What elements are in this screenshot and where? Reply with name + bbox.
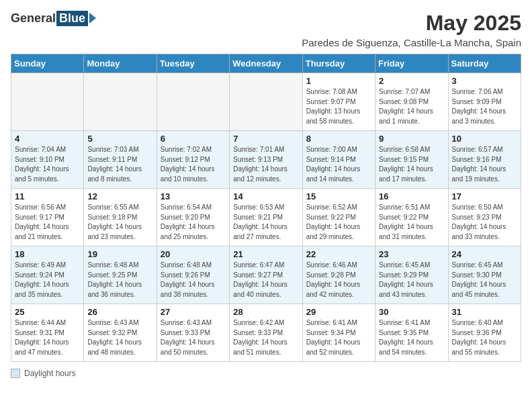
day-header-thursday: Thursday	[302, 54, 375, 73]
calendar-cell: 18Sunrise: 6:49 AMSunset: 9:24 PMDayligh…	[11, 246, 84, 304]
day-info: Sunrise: 6:47 AMSunset: 9:27 PMDaylight:…	[233, 261, 298, 300]
day-info: Sunrise: 6:57 AMSunset: 9:16 PMDaylight:…	[452, 145, 517, 184]
day-number: 16	[379, 191, 444, 201]
calendar-cell: 8Sunrise: 7:00 AMSunset: 9:14 PMDaylight…	[302, 131, 375, 189]
calendar-cell	[157, 73, 229, 131]
day-info: Sunrise: 7:01 AMSunset: 9:13 PMDaylight:…	[233, 145, 298, 184]
day-number: 24	[452, 249, 517, 259]
calendar-cell: 21Sunrise: 6:47 AMSunset: 9:27 PMDayligh…	[230, 246, 302, 304]
day-info: Sunrise: 6:40 AMSunset: 9:36 PMDaylight:…	[452, 318, 517, 357]
calendar-cell: 11Sunrise: 6:56 AMSunset: 9:17 PMDayligh…	[11, 189, 84, 246]
day-number: 7	[233, 134, 298, 144]
day-header-friday: Friday	[375, 54, 448, 73]
calendar-cell: 28Sunrise: 6:42 AMSunset: 9:33 PMDayligh…	[230, 304, 302, 362]
day-info: Sunrise: 6:58 AMSunset: 9:15 PMDaylight:…	[379, 145, 444, 184]
calendar-cell: 27Sunrise: 6:43 AMSunset: 9:33 PMDayligh…	[157, 304, 229, 362]
day-number: 15	[306, 191, 371, 201]
day-info: Sunrise: 6:56 AMSunset: 9:17 PMDaylight:…	[15, 203, 80, 242]
page-header: General Blue May 2025 Paredes de Siguenz…	[11, 11, 521, 48]
calendar-cell: 25Sunrise: 6:44 AMSunset: 9:31 PMDayligh…	[11, 304, 84, 362]
calendar-cell: 31Sunrise: 6:40 AMSunset: 9:36 PMDayligh…	[448, 304, 521, 362]
logo: General Blue	[11, 11, 96, 26]
calendar-cell: 12Sunrise: 6:55 AMSunset: 9:18 PMDayligh…	[84, 189, 157, 246]
day-number: 22	[306, 249, 371, 259]
day-number: 8	[306, 134, 371, 144]
day-info: Sunrise: 7:00 AMSunset: 9:14 PMDaylight:…	[306, 145, 371, 184]
calendar-table: SundayMondayTuesdayWednesdayThursdayFrid…	[11, 54, 521, 362]
day-number: 12	[87, 191, 152, 201]
subtitle: Paredes de Siguenza, Castille-La Mancha,…	[302, 37, 521, 48]
day-info: Sunrise: 6:48 AMSunset: 9:25 PMDaylight:…	[87, 261, 152, 300]
day-number: 11	[15, 191, 80, 201]
calendar-cell: 6Sunrise: 7:02 AMSunset: 9:12 PMDaylight…	[157, 131, 229, 189]
day-number: 18	[15, 249, 80, 259]
footer-label: Daylight hours	[24, 369, 76, 378]
day-number: 17	[452, 191, 517, 201]
calendar-cell: 24Sunrise: 6:45 AMSunset: 9:30 PMDayligh…	[448, 246, 521, 304]
day-number: 14	[233, 191, 298, 201]
calendar-cell: 15Sunrise: 6:52 AMSunset: 9:22 PMDayligh…	[302, 189, 375, 246]
calendar-cell: 4Sunrise: 7:04 AMSunset: 9:10 PMDaylight…	[11, 131, 84, 189]
calendar-cell: 2Sunrise: 7:07 AMSunset: 9:08 PMDaylight…	[375, 73, 448, 131]
day-number: 23	[379, 249, 444, 259]
day-number: 28	[233, 307, 298, 317]
day-info: Sunrise: 6:45 AMSunset: 9:29 PMDaylight:…	[379, 261, 444, 300]
day-info: Sunrise: 6:50 AMSunset: 9:23 PMDaylight:…	[452, 203, 517, 242]
day-info: Sunrise: 6:46 AMSunset: 9:28 PMDaylight:…	[306, 261, 371, 300]
day-number: 5	[87, 134, 152, 144]
footer: Daylight hours	[11, 369, 521, 378]
day-info: Sunrise: 6:44 AMSunset: 9:31 PMDaylight:…	[15, 318, 80, 357]
calendar-cell: 23Sunrise: 6:45 AMSunset: 9:29 PMDayligh…	[375, 246, 448, 304]
calendar-cell: 17Sunrise: 6:50 AMSunset: 9:23 PMDayligh…	[448, 189, 521, 246]
day-info: Sunrise: 6:42 AMSunset: 9:33 PMDaylight:…	[233, 318, 298, 357]
day-info: Sunrise: 6:41 AMSunset: 9:35 PMDaylight:…	[379, 318, 444, 357]
day-number: 2	[379, 76, 444, 86]
day-number: 6	[161, 134, 226, 144]
day-header-tuesday: Tuesday	[157, 54, 229, 73]
calendar-cell: 13Sunrise: 6:54 AMSunset: 9:20 PMDayligh…	[157, 189, 229, 246]
day-info: Sunrise: 7:02 AMSunset: 9:12 PMDaylight:…	[161, 145, 226, 184]
day-info: Sunrise: 7:08 AMSunset: 9:07 PMDaylight:…	[306, 87, 371, 126]
calendar-cell: 26Sunrise: 6:43 AMSunset: 9:32 PMDayligh…	[84, 304, 157, 362]
calendar-cell: 19Sunrise: 6:48 AMSunset: 9:25 PMDayligh…	[84, 246, 157, 304]
title-block: May 2025 Paredes de Siguenza, Castille-L…	[302, 11, 521, 48]
day-number: 25	[15, 307, 80, 317]
day-number: 29	[306, 307, 371, 317]
day-info: Sunrise: 6:55 AMSunset: 9:18 PMDaylight:…	[87, 203, 152, 242]
daylight-box	[11, 369, 20, 378]
calendar-cell: 5Sunrise: 7:03 AMSunset: 9:11 PMDaylight…	[84, 131, 157, 189]
day-info: Sunrise: 6:51 AMSunset: 9:22 PMDaylight:…	[379, 203, 444, 242]
day-number: 3	[452, 76, 517, 86]
day-info: Sunrise: 7:03 AMSunset: 9:11 PMDaylight:…	[87, 145, 152, 184]
day-number: 13	[161, 191, 226, 201]
day-info: Sunrise: 6:52 AMSunset: 9:22 PMDaylight:…	[306, 203, 371, 242]
calendar-cell: 10Sunrise: 6:57 AMSunset: 9:16 PMDayligh…	[448, 131, 521, 189]
day-info: Sunrise: 6:41 AMSunset: 9:34 PMDaylight:…	[306, 318, 371, 357]
day-info: Sunrise: 6:43 AMSunset: 9:33 PMDaylight:…	[161, 318, 226, 357]
day-number: 30	[379, 307, 444, 317]
day-number: 4	[15, 134, 80, 144]
day-number: 27	[161, 307, 226, 317]
day-info: Sunrise: 6:48 AMSunset: 9:26 PMDaylight:…	[161, 261, 226, 300]
calendar-cell	[230, 73, 302, 131]
calendar-cell: 1Sunrise: 7:08 AMSunset: 9:07 PMDaylight…	[302, 73, 375, 131]
calendar-cell: 20Sunrise: 6:48 AMSunset: 9:26 PMDayligh…	[157, 246, 229, 304]
calendar-cell	[84, 73, 157, 131]
calendar-cell: 9Sunrise: 6:58 AMSunset: 9:15 PMDaylight…	[375, 131, 448, 189]
day-number: 26	[87, 307, 152, 317]
day-info: Sunrise: 7:04 AMSunset: 9:10 PMDaylight:…	[15, 145, 80, 184]
calendar-cell: 7Sunrise: 7:01 AMSunset: 9:13 PMDaylight…	[230, 131, 302, 189]
calendar-cell: 30Sunrise: 6:41 AMSunset: 9:35 PMDayligh…	[375, 304, 448, 362]
day-number: 21	[233, 249, 298, 259]
day-number: 9	[379, 134, 444, 144]
day-number: 10	[452, 134, 517, 144]
day-info: Sunrise: 6:53 AMSunset: 9:21 PMDaylight:…	[233, 203, 298, 242]
calendar-cell: 22Sunrise: 6:46 AMSunset: 9:28 PMDayligh…	[302, 246, 375, 304]
day-info: Sunrise: 6:43 AMSunset: 9:32 PMDaylight:…	[87, 318, 152, 357]
calendar-cell: 29Sunrise: 6:41 AMSunset: 9:34 PMDayligh…	[302, 304, 375, 362]
day-info: Sunrise: 7:06 AMSunset: 9:09 PMDaylight:…	[452, 87, 517, 126]
day-info: Sunrise: 6:49 AMSunset: 9:24 PMDaylight:…	[15, 261, 80, 300]
calendar-cell: 3Sunrise: 7:06 AMSunset: 9:09 PMDaylight…	[448, 73, 521, 131]
day-info: Sunrise: 6:54 AMSunset: 9:20 PMDaylight:…	[161, 203, 226, 242]
day-info: Sunrise: 6:45 AMSunset: 9:30 PMDaylight:…	[452, 261, 517, 300]
